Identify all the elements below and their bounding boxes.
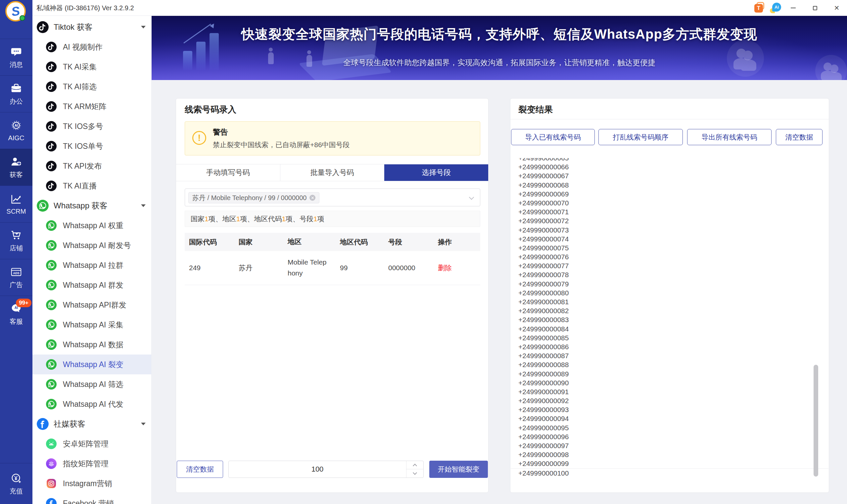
translate-tray-icon[interactable]: T <box>754 3 764 13</box>
sidebar-item-wa-ai-weight[interactable]: Whatsapp AI 权重 <box>32 216 152 235</box>
cart-icon <box>10 229 22 241</box>
sidebar-item-wa-ai-collect[interactable]: Whatsapp AI 采集 <box>32 315 152 335</box>
sidebar-item-tk-ai-live[interactable]: TK AI直播 <box>32 176 152 196</box>
rail-item-office[interactable]: 办公 <box>0 75 32 112</box>
sidebar-item-tk-ios-multi[interactable]: TK IOS多号 <box>32 116 152 136</box>
sidebar-item-wa-ai-pull-group[interactable]: Whatsapp AI 拉群 <box>32 255 152 275</box>
maximize-button[interactable] <box>807 0 823 16</box>
range-table: 国际代码国家地区地区代码号段操作249苏丹Mobile Telephony990… <box>185 233 480 285</box>
sidebar-item-label: Whatsapp AI 筛选 <box>63 379 123 390</box>
summary-text: 项、地区代码 <box>240 214 282 223</box>
clear-result-data-button[interactable]: 清空数据 <box>776 129 823 145</box>
sidebar-item-wa-ai-mass-send[interactable]: Whatsapp AI 群发 <box>32 275 152 295</box>
phone-number-row: +249990000092 <box>511 396 828 405</box>
rail-item-label: 客服 <box>10 317 23 326</box>
tag-remove-icon[interactable]: ✕ <box>310 195 315 201</box>
rail-item-customer-acquisition[interactable]: 获客 <box>0 149 32 185</box>
sidebar-item-label: Whatsapp AI 代发 <box>63 399 123 410</box>
sidebar-item-whatsapp-group[interactable]: Whatsapp 获客 <box>32 196 152 216</box>
lead-input-panel: 线索号码录入 ! 警告 禁止裂变中国线索，已自动屏蔽+86中国号段 手动填写号码… <box>176 98 488 493</box>
close-button[interactable]: ✕ <box>829 0 845 16</box>
phone-number-row: +249990000094 <box>511 414 828 423</box>
sidebar-item-label: Whatsapp AI 裂变 <box>63 359 123 370</box>
summary-count: 1 <box>236 215 240 223</box>
rail-item-messages[interactable]: 消息 <box>0 39 32 75</box>
tiktok-icon <box>46 81 57 92</box>
instagram-icon <box>46 478 57 489</box>
tiktok-icon <box>46 101 57 112</box>
sidebar-item-ai-video-production[interactable]: AI 视频制作 <box>32 37 152 57</box>
tab-manual-fill[interactable]: 手动填写号码 <box>176 164 280 181</box>
phone-number-row: +249990000073 <box>511 226 828 234</box>
rail-item-aigc[interactable]: AIAIGC <box>0 112 32 149</box>
stepper-down-button[interactable] <box>406 469 424 478</box>
whatsapp-icon <box>46 299 57 310</box>
phone-number-row: +249990000069 <box>511 190 828 198</box>
translate-icon: T <box>754 4 763 13</box>
clear-data-button[interactable]: 清空数据 <box>177 461 223 478</box>
table-header-row: 国际代码国家地区地区代码号段操作 <box>185 233 480 251</box>
phone-number-row: +249990000093 <box>511 405 828 414</box>
rail-item-label: 消息 <box>10 60 23 69</box>
result-panel-title: 裂变结果 <box>518 104 553 115</box>
sidebar-item-tk-ai-collect[interactable]: TK AI采集 <box>32 57 152 77</box>
aigc-icon: AI <box>10 120 22 132</box>
ai-bubble-icon: Ai <box>772 3 781 12</box>
briefcase-icon <box>10 82 22 94</box>
facebook-icon <box>46 498 57 504</box>
shuffle-numbers-button[interactable]: 打乱线索号码顺序 <box>599 129 683 145</box>
phone-number-row: +249990000100 <box>511 468 828 477</box>
tab-select-range[interactable]: 选择号段 <box>384 164 488 181</box>
sidebar-item-facebook-marketing[interactable]: Facebook 营销 <box>32 493 152 504</box>
stepper-up-button[interactable] <box>406 461 424 469</box>
recharge-icon <box>10 472 22 485</box>
rail-item-shop[interactable]: 店铺 <box>0 222 32 259</box>
phone-number-list[interactable]: +249990000065+249990000066+249990000067+… <box>511 158 828 492</box>
export-all-numbers-button[interactable]: 导出所有线索号码 <box>687 129 772 145</box>
maximize-icon <box>813 6 817 10</box>
sidebar-item-label: Whatsapp AI 采集 <box>63 320 123 330</box>
sidebar-item-social-group[interactable]: 社媒获客 <box>32 414 152 434</box>
sidebar-item-tk-ai-filter[interactable]: TK AI筛选 <box>32 77 152 96</box>
scrollbar-thumb[interactable] <box>814 365 818 476</box>
warning-icon: ! <box>192 131 206 145</box>
chevron-down-icon <box>141 204 145 207</box>
tiktok-icon <box>46 141 57 152</box>
number-range-select[interactable]: 苏丹 / Mobile Telephony / 99 / 0000000 ✕ <box>185 188 480 206</box>
phone-number-row: +249990000091 <box>511 387 828 396</box>
sidebar-item-instagram-marketing[interactable]: Instagram营销 <box>32 473 152 493</box>
sidebar-item-tk-arm-matrix[interactable]: TK ARM矩阵 <box>32 96 152 116</box>
fission-result-panel: 裂变结果 导入已有线索号码打乱线索号码顺序导出所有线索号码清空数据 +24999… <box>510 98 829 493</box>
rail-item-recharge[interactable]: 充值 <box>0 463 32 504</box>
ads-icon: ADS <box>10 266 22 278</box>
sidebar-item-label: Tiktok 获客 <box>54 22 93 32</box>
ai-assistant-tray-icon[interactable]: Ai <box>770 3 781 13</box>
tab-batch-import[interactable]: 批量导入号码 <box>280 164 385 181</box>
banner-title: 快速裂变全球国家热门号段的电话号码，支持外呼、短信及WhatsApp多方式群发变… <box>152 25 847 43</box>
sidebar-item-tk-api-publish[interactable]: TK API发布 <box>32 156 152 176</box>
sidebar-item-tk-ios-single[interactable]: TK IOS单号 <box>32 136 152 156</box>
sidebar-item-wa-ai-proxy-send[interactable]: Whatsapp AI 代发 <box>32 394 152 414</box>
count-stepper <box>406 461 424 478</box>
phone-number-row: +249990000086 <box>511 342 828 351</box>
sidebar-item-wa-api-mass-send[interactable]: Whatsapp API群发 <box>32 295 152 315</box>
sidebar-item-label: Whatsapp API群发 <box>63 300 126 310</box>
delete-link[interactable]: 删除 <box>438 263 452 272</box>
sidebar-menu: Tiktok 获客AI 视频制作TK AI采集TK AI筛选TK ARM矩阵TK… <box>32 16 152 504</box>
import-existing-numbers-button[interactable]: 导入已有线索号码 <box>511 129 595 145</box>
sidebar-item-android-matrix[interactable]: 安卓矩阵管理 <box>32 434 152 454</box>
selected-range-tag: 苏丹 / Mobile Telephony / 99 / 0000000 ✕ <box>188 192 319 203</box>
rail-item-ads[interactable]: ADS广告 <box>0 259 32 296</box>
sidebar-item-wa-ai-fission[interactable]: Whatsapp AI 裂变 <box>32 355 152 374</box>
fission-count-input[interactable] <box>229 461 406 478</box>
sidebar-item-tiktok-group[interactable]: Tiktok 获客 <box>32 17 152 37</box>
start-smart-fission-button[interactable]: 开始智能裂变 <box>429 461 488 478</box>
rail-item-support[interactable]: AI99+客服 <box>0 296 32 332</box>
minimize-button[interactable] <box>785 0 801 16</box>
sidebar-item-fingerprint-matrix[interactable]: 指纹矩阵管理 <box>32 454 152 473</box>
minimize-icon <box>791 7 796 8</box>
sidebar-item-wa-ai-durable[interactable]: Whatsapp AI 耐发号 <box>32 235 152 255</box>
sidebar-item-wa-ai-data[interactable]: Whatsapp AI 数据 <box>32 335 152 355</box>
sidebar-item-wa-ai-filter[interactable]: Whatsapp AI 筛选 <box>32 374 152 394</box>
rail-item-scrm[interactable]: SCRM <box>0 185 32 222</box>
